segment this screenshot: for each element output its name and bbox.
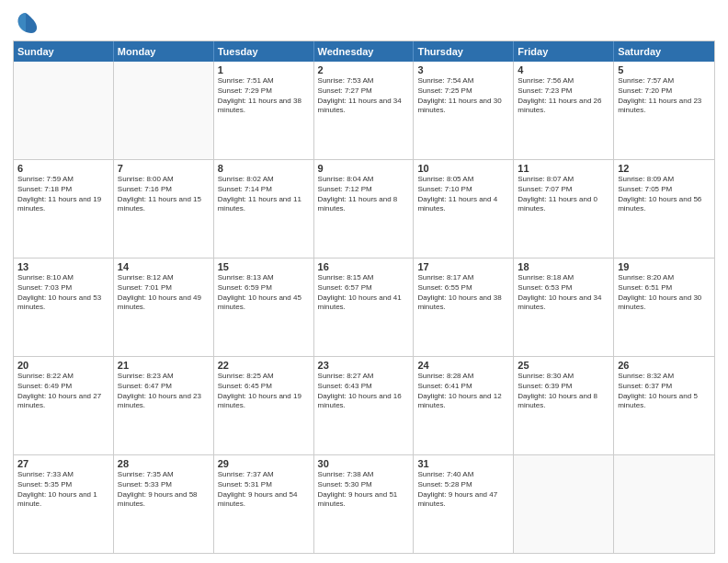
day-number: 24	[417, 360, 509, 371]
day-number: 20	[17, 360, 109, 371]
day-number: 18	[518, 261, 609, 272]
day-info: Sunrise: 8:17 AM Sunset: 6:55 PM Dayligh…	[417, 273, 509, 313]
day-info: Sunrise: 8:18 AM Sunset: 6:53 PM Dayligh…	[518, 273, 609, 313]
day-info: Sunrise: 7:57 AM Sunset: 7:20 PM Dayligh…	[618, 76, 711, 116]
calendar-header-cell: Saturday	[614, 41, 714, 62]
day-info: Sunrise: 8:30 AM Sunset: 6:39 PM Dayligh…	[518, 372, 609, 411]
day-info: Sunrise: 8:07 AM Sunset: 7:07 PM Dayligh…	[518, 175, 609, 214]
day-number: 26	[618, 360, 711, 371]
day-number: 28	[118, 458, 210, 469]
day-number: 27	[17, 458, 109, 469]
calendar-header-cell: Monday	[114, 41, 214, 62]
calendar-cell: 26Sunrise: 8:32 AM Sunset: 6:37 PM Dayli…	[614, 357, 714, 454]
logo-icon	[13, 9, 39, 35]
calendar-cell: 12Sunrise: 8:09 AM Sunset: 7:05 PM Dayli…	[614, 160, 714, 258]
day-number: 13	[17, 261, 109, 272]
day-number: 9	[318, 163, 410, 174]
day-number: 7	[118, 163, 210, 174]
calendar-cell: 19Sunrise: 8:20 AM Sunset: 6:51 PM Dayli…	[614, 259, 714, 356]
day-info: Sunrise: 7:33 AM Sunset: 5:35 PM Dayligh…	[17, 470, 109, 510]
day-number: 17	[417, 261, 509, 272]
day-number: 22	[218, 360, 310, 371]
calendar-cell: 11Sunrise: 8:07 AM Sunset: 7:07 PM Dayli…	[514, 160, 614, 258]
calendar-cell: 30Sunrise: 7:38 AM Sunset: 5:30 PM Dayli…	[314, 455, 415, 553]
calendar-cell: 13Sunrise: 8:10 AM Sunset: 7:03 PM Dayli…	[14, 259, 114, 356]
day-info: Sunrise: 8:28 AM Sunset: 6:41 PM Dayligh…	[417, 372, 509, 411]
day-number: 19	[618, 261, 711, 272]
day-number: 23	[318, 360, 410, 371]
day-info: Sunrise: 8:22 AM Sunset: 6:49 PM Dayligh…	[17, 372, 109, 411]
day-number: 29	[218, 458, 310, 469]
day-info: Sunrise: 8:32 AM Sunset: 6:37 PM Dayligh…	[618, 372, 711, 411]
day-info: Sunrise: 7:54 AM Sunset: 7:25 PM Dayligh…	[417, 76, 509, 116]
day-info: Sunrise: 7:59 AM Sunset: 7:18 PM Dayligh…	[17, 175, 109, 214]
calendar-cell: 22Sunrise: 8:25 AM Sunset: 6:45 PM Dayli…	[214, 357, 314, 454]
day-info: Sunrise: 8:02 AM Sunset: 7:14 PM Dayligh…	[218, 175, 310, 214]
day-number: 5	[618, 64, 711, 75]
day-info: Sunrise: 8:09 AM Sunset: 7:05 PM Dayligh…	[618, 175, 711, 214]
calendar-cell: 8Sunrise: 8:02 AM Sunset: 7:14 PM Daylig…	[214, 160, 314, 258]
day-info: Sunrise: 8:20 AM Sunset: 6:51 PM Dayligh…	[618, 273, 711, 313]
page: SundayMondayTuesdayWednesdayThursdayFrid…	[0, 0, 728, 563]
day-number: 31	[417, 458, 509, 469]
calendar-cell: 31Sunrise: 7:40 AM Sunset: 5:28 PM Dayli…	[414, 455, 514, 553]
calendar-cell: 3Sunrise: 7:54 AM Sunset: 7:25 PM Daylig…	[414, 62, 514, 159]
calendar-cell: 1Sunrise: 7:51 AM Sunset: 7:29 PM Daylig…	[214, 62, 314, 159]
day-number: 16	[318, 261, 410, 272]
day-number: 25	[518, 360, 609, 371]
calendar-cell: 5Sunrise: 7:57 AM Sunset: 7:20 PM Daylig…	[614, 62, 714, 159]
calendar-week-row: 13Sunrise: 8:10 AM Sunset: 7:03 PM Dayli…	[14, 259, 714, 357]
day-info: Sunrise: 8:10 AM Sunset: 7:03 PM Dayligh…	[17, 273, 109, 313]
calendar-header-row: SundayMondayTuesdayWednesdayThursdayFrid…	[14, 41, 714, 62]
day-info: Sunrise: 7:56 AM Sunset: 7:23 PM Dayligh…	[518, 76, 609, 116]
day-info: Sunrise: 7:51 AM Sunset: 7:29 PM Dayligh…	[218, 76, 310, 116]
day-info: Sunrise: 8:23 AM Sunset: 6:47 PM Dayligh…	[118, 372, 210, 411]
header	[13, 9, 715, 35]
calendar-cell: 9Sunrise: 8:04 AM Sunset: 7:12 PM Daylig…	[314, 160, 415, 258]
calendar-header-cell: Wednesday	[314, 41, 415, 62]
day-number: 6	[17, 163, 109, 174]
calendar-cell: 16Sunrise: 8:15 AM Sunset: 6:57 PM Dayli…	[314, 259, 415, 356]
calendar-cell: 21Sunrise: 8:23 AM Sunset: 6:47 PM Dayli…	[114, 357, 214, 454]
calendar-week-row: 1Sunrise: 7:51 AM Sunset: 7:29 PM Daylig…	[14, 62, 714, 160]
day-number: 15	[218, 261, 310, 272]
day-number: 8	[218, 163, 310, 174]
day-number: 2	[318, 64, 410, 75]
calendar-cell: 28Sunrise: 7:35 AM Sunset: 5:33 PM Dayli…	[114, 455, 214, 553]
day-number: 21	[118, 360, 210, 371]
calendar-cell: 6Sunrise: 7:59 AM Sunset: 7:18 PM Daylig…	[14, 160, 114, 258]
calendar-cell: 20Sunrise: 8:22 AM Sunset: 6:49 PM Dayli…	[14, 357, 114, 454]
logo	[13, 9, 42, 35]
calendar-cell	[614, 455, 714, 553]
calendar-cell: 4Sunrise: 7:56 AM Sunset: 7:23 PM Daylig…	[514, 62, 614, 159]
calendar-cell: 7Sunrise: 8:00 AM Sunset: 7:16 PM Daylig…	[114, 160, 214, 258]
day-number: 3	[417, 64, 509, 75]
calendar-cell: 17Sunrise: 8:17 AM Sunset: 6:55 PM Dayli…	[414, 259, 514, 356]
calendar-cell	[114, 62, 214, 159]
calendar: SundayMondayTuesdayWednesdayThursdayFrid…	[13, 40, 715, 554]
calendar-week-row: 27Sunrise: 7:33 AM Sunset: 5:35 PM Dayli…	[14, 455, 714, 553]
day-info: Sunrise: 8:00 AM Sunset: 7:16 PM Dayligh…	[118, 175, 210, 214]
calendar-cell: 23Sunrise: 8:27 AM Sunset: 6:43 PM Dayli…	[314, 357, 415, 454]
calendar-cell	[514, 455, 614, 553]
day-info: Sunrise: 8:13 AM Sunset: 6:59 PM Dayligh…	[218, 273, 310, 313]
day-info: Sunrise: 8:12 AM Sunset: 7:01 PM Dayligh…	[118, 273, 210, 313]
day-info: Sunrise: 7:35 AM Sunset: 5:33 PM Dayligh…	[118, 470, 210, 510]
day-info: Sunrise: 8:27 AM Sunset: 6:43 PM Dayligh…	[318, 372, 410, 411]
calendar-week-row: 20Sunrise: 8:22 AM Sunset: 6:49 PM Dayli…	[14, 357, 714, 455]
calendar-header-cell: Thursday	[414, 41, 514, 62]
day-number: 10	[417, 163, 509, 174]
calendar-cell: 18Sunrise: 8:18 AM Sunset: 6:53 PM Dayli…	[514, 259, 614, 356]
day-number: 1	[218, 64, 310, 75]
day-info: Sunrise: 7:40 AM Sunset: 5:28 PM Dayligh…	[417, 470, 509, 510]
day-info: Sunrise: 7:38 AM Sunset: 5:30 PM Dayligh…	[318, 470, 410, 510]
calendar-cell: 29Sunrise: 7:37 AM Sunset: 5:31 PM Dayli…	[214, 455, 314, 553]
day-number: 4	[518, 64, 609, 75]
calendar-header-cell: Sunday	[14, 41, 114, 62]
day-info: Sunrise: 7:53 AM Sunset: 7:27 PM Dayligh…	[318, 76, 410, 116]
day-info: Sunrise: 7:37 AM Sunset: 5:31 PM Dayligh…	[218, 470, 310, 510]
calendar-cell: 24Sunrise: 8:28 AM Sunset: 6:41 PM Dayli…	[414, 357, 514, 454]
calendar-week-row: 6Sunrise: 7:59 AM Sunset: 7:18 PM Daylig…	[14, 160, 714, 259]
calendar-cell: 25Sunrise: 8:30 AM Sunset: 6:39 PM Dayli…	[514, 357, 614, 454]
day-info: Sunrise: 8:05 AM Sunset: 7:10 PM Dayligh…	[417, 175, 509, 214]
